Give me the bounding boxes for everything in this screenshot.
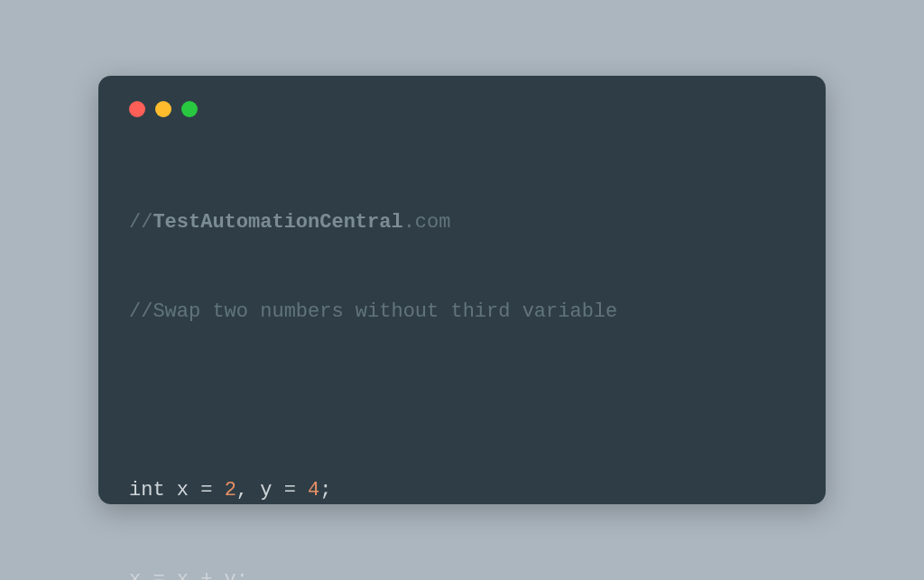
decl-text-3: ; — [319, 479, 331, 502]
keyword-int: int — [129, 479, 165, 502]
comment-brand: TestAutomationCentral — [152, 211, 402, 234]
code-window: //TestAutomationCentral.com //Swap two n… — [98, 76, 826, 504]
decl-text-1: x = — [165, 479, 225, 502]
code-line-2: //Swap two numbers without third variabl… — [129, 297, 795, 327]
maximize-icon[interactable] — [181, 101, 198, 117]
window-controls — [129, 101, 795, 117]
blank-line — [129, 386, 795, 416]
code-line-1: //TestAutomationCentral.com — [129, 207, 795, 237]
comment-suffix: .com — [403, 211, 451, 234]
code-block: //TestAutomationCentral.com //Swap two n… — [129, 148, 795, 580]
minimize-icon[interactable] — [155, 101, 171, 117]
code-line-3: int x = 2, y = 4; — [129, 475, 795, 505]
decl-text-2: , y = — [236, 479, 308, 502]
number-literal-2: 4 — [308, 479, 319, 502]
code-line-4: x = x + y; — [129, 565, 795, 580]
number-literal-1: 2 — [225, 479, 236, 502]
close-icon[interactable] — [129, 101, 145, 117]
comment-prefix: // — [129, 211, 152, 234]
